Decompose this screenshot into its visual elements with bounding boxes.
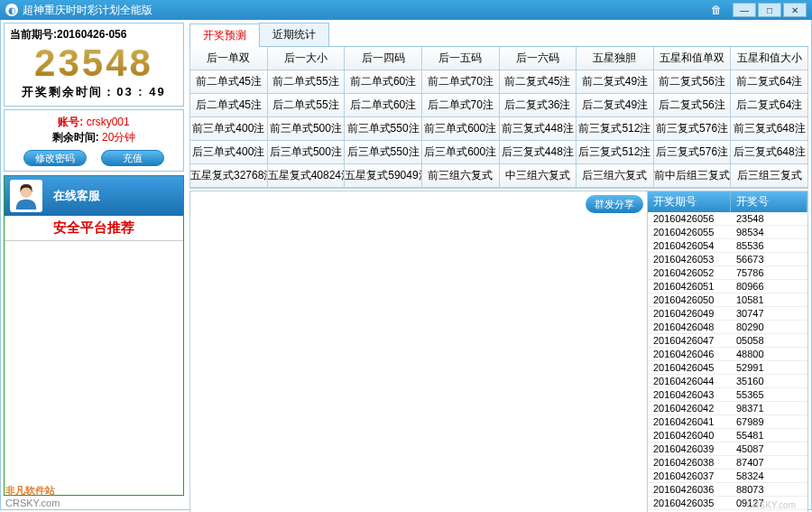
kefu-banner[interactable]: 在线客服: [5, 176, 183, 216]
recharge-button[interactable]: 充值: [101, 150, 164, 166]
bet-cell[interactable]: 前三复式448注: [500, 117, 577, 141]
account-panel: 账号: crsky001 剩余时间: 20分钟 修改密码 充值: [4, 109, 184, 172]
bet-cell[interactable]: 前三复式648注: [731, 117, 807, 141]
bet-cell[interactable]: 前二单式55注: [268, 70, 346, 94]
bet-cell[interactable]: 前三单式500注: [268, 117, 346, 141]
period-panel: 当前期号:20160426-056 23548 开奖剩余时间：03 : 49: [4, 23, 184, 107]
bet-cell[interactable]: 五星独胆: [577, 47, 654, 70]
bet-cell[interactable]: 五星复式59049注: [345, 164, 422, 188]
bet-cell[interactable]: 后一大小: [268, 47, 346, 70]
crsky-watermark: CRSKY.com: [746, 500, 796, 510]
history-row[interactable]: 2016042604705058: [648, 334, 807, 348]
history-hdr-number: 开奖号: [731, 191, 807, 212]
history-row[interactable]: 2016042605598534: [648, 226, 807, 239]
result-area: 群发分享: [190, 191, 647, 512]
bet-cell[interactable]: 后三单式400注: [190, 141, 268, 164]
account-label: 账号: crsky001: [58, 116, 129, 128]
bet-cell[interactable]: 前三复式512注: [577, 117, 654, 141]
history-row[interactable]: 2016042603945087: [648, 442, 807, 456]
tabs: 开奖预测 近期统计: [189, 23, 808, 47]
history-row[interactable]: 2016042603758324: [648, 470, 807, 483]
bet-cell[interactable]: 前二复式64注: [731, 70, 807, 94]
history-row[interactable]: 2016042604880290: [648, 321, 807, 334]
share-button[interactable]: 群发分享: [586, 195, 643, 213]
promo-panel: 在线客服 安全平台推荐: [4, 175, 184, 496]
history-row[interactable]: 2016042603887407: [648, 456, 807, 470]
bet-cell[interactable]: 后三组三复式: [731, 164, 807, 188]
bet-cell[interactable]: 前中后组三复式: [654, 164, 732, 188]
history-row[interactable]: 2016042604055481: [648, 429, 807, 442]
bet-cell[interactable]: 前三组六复式: [422, 164, 500, 188]
bet-cell[interactable]: 后一六码: [500, 47, 577, 70]
tab-forecast[interactable]: 开奖预测: [189, 23, 260, 47]
bet-cell[interactable]: 后一单双: [190, 47, 268, 70]
history-row[interactable]: 2016042604648800: [648, 348, 807, 361]
bet-cell[interactable]: 后二单式70注: [422, 94, 500, 117]
bet-cell[interactable]: 五星复式40824注: [268, 164, 346, 188]
history-hdr-period: 开奖期号: [648, 191, 731, 212]
minimize-button[interactable]: —: [733, 3, 756, 17]
tab-stats[interactable]: 近期统计: [259, 23, 329, 46]
big-number: 23548: [10, 44, 178, 82]
bet-cell[interactable]: 后二复式64注: [731, 94, 807, 117]
kefu-avatar-icon: [10, 180, 42, 212]
bet-cell[interactable]: 五星和值单双: [654, 47, 732, 70]
history-row[interactable]: 2016042604930747: [648, 307, 807, 321]
maximize-button[interactable]: □: [758, 3, 781, 17]
bet-cell[interactable]: 后三单式550注: [345, 141, 422, 164]
bet-cell[interactable]: 后三复式448注: [500, 141, 577, 164]
history-table: 开奖期号 开奖号 2016042605623548201604260559853…: [647, 191, 807, 512]
app-icon: ◐: [5, 4, 18, 16]
countdown: 开奖剩余时间：03 : 49: [10, 84, 178, 100]
bet-cell[interactable]: 后二单式45注: [190, 94, 268, 117]
bet-cell[interactable]: 前二单式45注: [190, 70, 268, 94]
bet-cell[interactable]: 中三组六复式: [500, 164, 577, 188]
bet-cell[interactable]: 前三单式400注: [190, 117, 268, 141]
close-button[interactable]: ✕: [783, 3, 807, 17]
history-row[interactable]: 2016042603688073: [648, 483, 807, 497]
bet-cell[interactable]: 前二复式49注: [577, 70, 654, 94]
history-row[interactable]: 2016042605180966: [648, 280, 807, 293]
bet-cell[interactable]: 前二单式60注: [345, 70, 422, 94]
app-title: 超神重庆时时彩计划全能版: [23, 3, 709, 18]
history-row[interactable]: 2016042605356673: [648, 253, 807, 266]
history-row[interactable]: 2016042604167989: [648, 415, 807, 429]
bet-cell[interactable]: 五星和值大小: [731, 47, 807, 70]
history-row[interactable]: 2016042604355365: [648, 388, 807, 402]
bet-cell[interactable]: 后二复式49注: [577, 94, 654, 117]
safe-platform-title: 安全平台推荐: [5, 216, 183, 241]
bet-cell[interactable]: 后二单式55注: [268, 94, 346, 117]
history-row[interactable]: 2016042605623548: [648, 212, 807, 226]
bet-cell[interactable]: 五星复式32768注: [190, 164, 268, 188]
bet-cell[interactable]: 后二复式56注: [654, 94, 732, 117]
titlebar: ◐ 超神重庆时时彩计划全能版 🗑 — □ ✕: [0, 0, 812, 20]
bet-cell[interactable]: 前三单式550注: [345, 117, 422, 141]
bet-cell[interactable]: 后三单式600注: [422, 141, 500, 164]
period-label: 当前期号:20160426-056: [10, 27, 178, 42]
bet-cell[interactable]: 后三组六复式: [577, 164, 654, 188]
history-row[interactable]: 2016042605010581: [648, 293, 807, 307]
history-row[interactable]: 2016042604435160: [648, 375, 807, 388]
bet-cell[interactable]: 后一四码: [345, 47, 422, 70]
bet-cell[interactable]: 后三复式576注: [654, 141, 732, 164]
history-row[interactable]: 2016042604552991: [648, 361, 807, 375]
trash-icon[interactable]: 🗑: [709, 3, 724, 17]
bet-cell[interactable]: 后二单式60注: [345, 94, 422, 117]
bet-cell[interactable]: 后三复式512注: [577, 141, 654, 164]
bet-cell[interactable]: 后三复式648注: [731, 141, 807, 164]
bet-cell[interactable]: 前二复式56注: [654, 70, 732, 94]
bet-cell[interactable]: 前三单式600注: [422, 117, 500, 141]
bet-cell[interactable]: 后三单式500注: [268, 141, 346, 164]
history-row[interactable]: 2016042605485536: [648, 239, 807, 253]
bet-cell[interactable]: 前二复式45注: [500, 70, 577, 94]
history-row[interactable]: 2016042605275786: [648, 266, 807, 280]
bet-cell[interactable]: 后一五码: [422, 47, 500, 70]
bet-grid: 后一单双后一大小后一四码后一五码后一六码五星独胆五星和值单双五星和值大小前二单式…: [189, 47, 808, 189]
bet-cell[interactable]: 后二复式36注: [500, 94, 577, 117]
kefu-label: 在线客服: [53, 188, 100, 204]
history-row[interactable]: 2016042604298371: [648, 402, 807, 415]
watermark: 非凡软件站CRSKY.com: [5, 484, 60, 508]
modify-password-button[interactable]: 修改密码: [23, 150, 87, 166]
bet-cell[interactable]: 前二单式70注: [422, 70, 500, 94]
bet-cell[interactable]: 前三复式576注: [654, 117, 732, 141]
